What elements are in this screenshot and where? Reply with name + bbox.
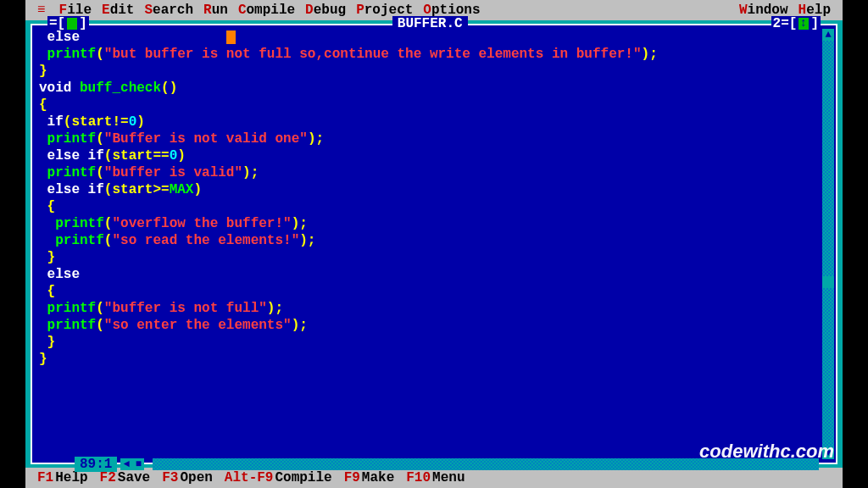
watermark: codewithc.com xyxy=(699,441,834,463)
code-line: printf("so enter the elements"); xyxy=(39,317,829,334)
code-line: else if(start>=MAX) xyxy=(39,181,829,198)
text-cursor xyxy=(226,30,236,44)
scroll-left-icon[interactable]: ◄ xyxy=(120,458,132,470)
editor-window: =[] BUFFER.C 2=[] else printf("but buffe… xyxy=(31,24,837,464)
code-line: else xyxy=(39,266,829,283)
code-line: { xyxy=(39,283,829,300)
code-line: { xyxy=(39,97,829,114)
scroll-up-icon[interactable]: ▲ xyxy=(822,29,834,41)
code-line: printf("buffer is not full"); xyxy=(39,300,829,317)
scroll-thumb[interactable] xyxy=(822,276,834,288)
code-line: if(start!=0) xyxy=(39,114,829,130)
code-line: void buff_check() xyxy=(39,80,829,97)
hscroll-thumb[interactable]: ■ xyxy=(132,458,144,470)
code-line: printf("but buffer is not full so,contin… xyxy=(39,46,829,63)
code-line: printf("overflow the buffer!"); xyxy=(39,215,829,232)
code-line: } xyxy=(39,351,829,368)
code-line: else if(start==0) xyxy=(39,147,829,164)
cursor-position: 89:1 xyxy=(75,457,117,472)
code-line: printf("buffer is valid"); xyxy=(39,164,829,181)
code-line: { xyxy=(39,198,829,215)
code-line: } xyxy=(39,63,829,80)
code-line: } xyxy=(39,334,829,351)
code-line: printf("Buffer is not valid one"); xyxy=(39,130,829,147)
vertical-scrollbar[interactable]: ▲ ▼ xyxy=(822,41,834,447)
code-editor[interactable]: else printf("but buffer is not full so,c… xyxy=(32,25,836,463)
code-line: printf("so read the elements!"); xyxy=(39,232,829,249)
code-line: else xyxy=(39,29,829,46)
code-line: } xyxy=(39,249,829,266)
